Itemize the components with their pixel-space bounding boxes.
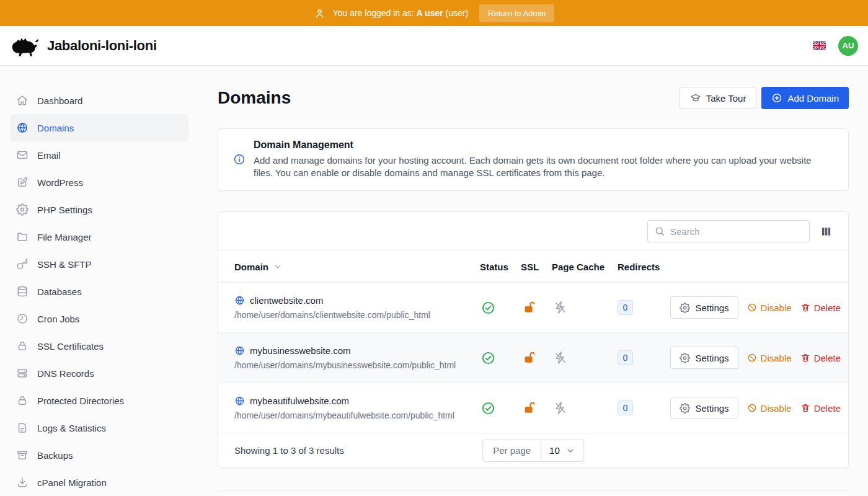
brand-title: Jabaloni-loni-loni bbox=[47, 38, 157, 54]
banner-message: You are logged in as: A user (user) bbox=[333, 8, 468, 18]
page-cache-disabled-icon[interactable] bbox=[553, 300, 568, 315]
column-header-status: Status bbox=[480, 262, 521, 272]
gear-icon bbox=[680, 303, 690, 313]
ban-icon bbox=[747, 303, 757, 312]
take-tour-button[interactable]: Take Tour bbox=[680, 87, 757, 109]
column-header-domain[interactable]: Domain bbox=[234, 262, 480, 272]
archive-icon bbox=[16, 449, 29, 461]
sidebar-item-domains[interactable]: Domains bbox=[10, 114, 188, 141]
sidebar-item-php-settings[interactable]: PHP Settings bbox=[10, 196, 188, 223]
sidebar-item-wordpress[interactable]: WordPress bbox=[10, 169, 188, 196]
sidebar-item-ssl-certificates[interactable]: SSL Certificates bbox=[10, 332, 188, 360]
redirects-count-badge[interactable]: 0 bbox=[618, 300, 633, 315]
sidebar-item-cpanel-migration[interactable]: cPanel Migration bbox=[10, 469, 188, 496]
table-row: mybusinesswebsite.com /home/user/domains… bbox=[218, 333, 848, 383]
main-content: Domains Take Tour Add Domain Domain Mana… bbox=[198, 66, 868, 496]
sidebar-item-cron-jobs[interactable]: Cron Jobs bbox=[10, 305, 188, 332]
page-title: Domains bbox=[218, 88, 291, 108]
settings-button[interactable]: Settings bbox=[670, 347, 738, 369]
sidebar-item-backups[interactable]: Backups bbox=[10, 441, 188, 469]
lock-icon bbox=[16, 340, 29, 352]
graduation-cap-icon bbox=[690, 92, 701, 104]
gear-icon bbox=[16, 203, 29, 216]
section-divider bbox=[218, 490, 849, 491]
ssl-unlocked-icon[interactable] bbox=[522, 401, 537, 415]
table-footer: Showing 1 to 3 of 3 results Per page 10 bbox=[218, 433, 848, 467]
trash-icon bbox=[800, 403, 810, 413]
app-header: Jabaloni-loni-loni AU bbox=[0, 26, 868, 66]
person-icon bbox=[314, 7, 326, 19]
ban-icon bbox=[747, 353, 757, 363]
clock-icon bbox=[16, 312, 29, 325]
sidebar-item-logs-statistics[interactable]: Logs & Statistics bbox=[10, 414, 188, 441]
domain-path: /home/user/domains/mybusinesswebsite.com… bbox=[234, 360, 480, 370]
return-to-admin-button[interactable]: Return to Admin bbox=[479, 4, 554, 22]
status-active-icon bbox=[481, 401, 495, 415]
info-card-body: Add and manage domains for your hosting … bbox=[254, 154, 830, 179]
server-icon bbox=[16, 367, 29, 379]
sidebar: Dashboard Domains Email WordPress PHP Se… bbox=[0, 66, 198, 496]
status-active-icon bbox=[481, 301, 495, 315]
delete-button[interactable]: Delete bbox=[800, 303, 841, 313]
sidebar-item-databases[interactable]: Databases bbox=[10, 278, 188, 305]
globe-icon bbox=[234, 295, 245, 306]
impersonation-banner: You are logged in as: A user (user) Retu… bbox=[0, 0, 868, 26]
sidebar-item-dns-records[interactable]: DNS Records bbox=[10, 360, 188, 387]
settings-button[interactable]: Settings bbox=[670, 296, 738, 319]
boar-logo bbox=[10, 35, 41, 57]
mail-icon bbox=[16, 149, 29, 161]
per-page-control: Per page 10 bbox=[482, 440, 584, 462]
page-cache-disabled-icon[interactable] bbox=[553, 401, 568, 415]
language-flag-icon[interactable] bbox=[813, 41, 826, 50]
sidebar-item-email[interactable]: Email bbox=[10, 141, 188, 169]
table-row: mybeautifulwebsite.com /home/user/domain… bbox=[218, 383, 848, 433]
sidebar-item-ssh-sftp[interactable]: SSH & SFTP bbox=[10, 250, 188, 278]
domain-name[interactable]: clientwebsite.com bbox=[250, 295, 323, 306]
search-input[interactable] bbox=[670, 226, 803, 237]
download-icon bbox=[16, 476, 29, 489]
domain-name[interactable]: mybusinesswebsite.com bbox=[250, 345, 351, 356]
sidebar-item-file-manager[interactable]: File Manager bbox=[10, 223, 188, 250]
table-row: clientwebsite.com /home/user/domains/cli… bbox=[218, 283, 848, 333]
globe-icon bbox=[16, 122, 29, 134]
plus-circle-icon bbox=[771, 92, 782, 104]
ssl-unlocked-icon[interactable] bbox=[522, 350, 537, 365]
chevron-down-icon bbox=[565, 446, 575, 456]
disable-button[interactable]: Disable bbox=[747, 353, 792, 363]
column-toggle-icon[interactable] bbox=[820, 226, 832, 237]
sidebar-item-dashboard[interactable]: Dashboard bbox=[10, 87, 188, 114]
edit-icon bbox=[16, 176, 29, 188]
delete-button[interactable]: Delete bbox=[800, 403, 841, 414]
ssl-unlocked-icon[interactable] bbox=[522, 300, 537, 315]
domain-name[interactable]: mybeautifulwebsite.com bbox=[250, 396, 349, 406]
domains-table-card: Domain Status SSL Page Cache Redirects c… bbox=[218, 211, 849, 468]
add-domain-button[interactable]: Add Domain bbox=[761, 87, 849, 109]
sidebar-item-protected-directories[interactable]: Protected Directories bbox=[10, 387, 188, 414]
trash-icon bbox=[800, 353, 810, 363]
ban-icon bbox=[747, 403, 757, 413]
delete-button[interactable]: Delete bbox=[800, 353, 841, 363]
page-cache-disabled-icon[interactable] bbox=[553, 350, 568, 365]
column-header-page-cache: Page Cache bbox=[552, 262, 618, 272]
disable-button[interactable]: Disable bbox=[747, 303, 792, 313]
search-icon bbox=[654, 226, 665, 237]
status-active-icon bbox=[481, 351, 495, 365]
chevron-down-icon bbox=[273, 262, 283, 272]
redirects-count-badge[interactable]: 0 bbox=[618, 401, 633, 415]
redirects-count-badge[interactable]: 0 bbox=[618, 350, 633, 365]
home-icon bbox=[16, 94, 29, 107]
settings-button[interactable]: Settings bbox=[670, 397, 738, 419]
lock-icon bbox=[16, 394, 29, 407]
globe-icon bbox=[234, 396, 245, 406]
disable-button[interactable]: Disable bbox=[747, 403, 792, 414]
per-page-select[interactable]: 10 bbox=[541, 440, 583, 461]
domain-path: /home/user/domains/clientwebsite.com/pub… bbox=[234, 310, 480, 320]
column-header-ssl: SSL bbox=[521, 262, 552, 272]
user-avatar[interactable]: AU bbox=[838, 36, 858, 56]
results-summary: Showing 1 to 3 of 3 results bbox=[234, 445, 344, 456]
globe-icon bbox=[234, 345, 245, 356]
folder-icon bbox=[16, 231, 29, 243]
trash-icon bbox=[800, 303, 810, 312]
search-box bbox=[647, 220, 810, 242]
column-header-redirects: Redirects bbox=[618, 262, 672, 272]
